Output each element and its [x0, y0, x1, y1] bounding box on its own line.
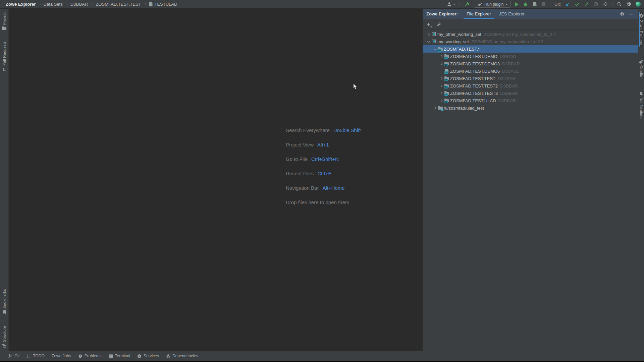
- breadcrumb-item[interactable]: TESTULAD: [155, 2, 177, 7]
- tree-item-label: ZOSMFAD.TEST.TEST: [450, 76, 495, 81]
- dataset-folder-icon: DS: [444, 83, 449, 88]
- drop-files-hint: Drop files here to open them: [286, 195, 361, 209]
- chevron-right-icon[interactable]: [439, 97, 444, 104]
- breadcrumb-item[interactable]: D3DBAR: [70, 2, 88, 7]
- git-branch-icon: [8, 354, 12, 358]
- chevron-right-icon[interactable]: [439, 89, 444, 97]
- editor-area[interactable]: Search EverywhereDouble Shift Project Vi…: [9, 9, 422, 351]
- tree-row[interactable]: DS ZOSMFAD.TEST.*: [423, 45, 638, 53]
- taskbar-strip: [0, 361, 644, 362]
- tool-window-button[interactable]: Zowe Jobs: [52, 354, 71, 358]
- run-configuration-label: Run plugin: [484, 2, 503, 7]
- tab-label: File Explorer: [467, 11, 491, 16]
- tool-window-button[interactable]: Services: [137, 354, 159, 358]
- ds-badge: DS: [444, 101, 448, 103]
- tree-item-label: ZOSMFAD.TEST.DEMO3: [450, 61, 500, 66]
- tree-row[interactable]: my_working_set ZOSMFAD on my_connection_…: [423, 38, 638, 45]
- stripe-label: Zowe Explorer: [639, 20, 643, 46]
- tool-window-label: Zowe Jobs: [52, 354, 71, 358]
- tool-window-button[interactable]: Dependencies: [166, 354, 198, 358]
- toolbar-separator: [612, 2, 612, 7]
- tree-item-info: D3DBAR: [498, 98, 516, 103]
- stripe-pull-requests-button[interactable]: Pull Requests: [2, 40, 6, 73]
- chevron-right-icon[interactable]: [432, 104, 437, 112]
- tree-row[interactable]: DS ZOSMFAD.TEST.DEMO3 D3DBAR: [423, 60, 638, 67]
- run-configuration-select[interactable]: Run plugin: [474, 1, 511, 8]
- tree-row[interactable]: DS ZOSMFAD.TEST.DEMO6 D3SYS1: [423, 67, 638, 75]
- rollback-button[interactable]: [603, 2, 608, 7]
- ds-badge: DS: [444, 79, 448, 81]
- tree-row[interactable]: DS ZOSMFAD.TEST.TEST2 D3DBAR: [423, 82, 638, 89]
- tree-row[interactable]: DS ZOSMFAD.TEST.TEST D3DBAR: [423, 75, 638, 82]
- settings-button[interactable]: [626, 2, 631, 7]
- stripe-notifications-button[interactable]: Notifications: [639, 90, 643, 120]
- tree-row[interactable]: my_other_working_set ZOSMFAD on my_conne…: [423, 31, 638, 38]
- chevron-right-icon[interactable]: [439, 60, 444, 67]
- tool-window-label: Services: [144, 354, 159, 358]
- stripe-zowe-explorer-button[interactable]: Zowe Explorer: [639, 12, 643, 47]
- shortcut-keys: Alt+1: [317, 142, 329, 147]
- tree-item-label: ZOSMFAD.TEST.ULAD: [450, 98, 496, 103]
- zowe-explorer-panel: Zowe Explorer: File Explorer JES Explore…: [422, 9, 638, 351]
- working-set-icon: [432, 39, 437, 44]
- chevron-down-icon[interactable]: [426, 38, 431, 45]
- dataset-folder-icon: DS: [438, 47, 443, 51]
- tree-row[interactable]: DS ZOSMFAD.TEST.TEST3 D3DBAR: [423, 89, 638, 97]
- left-tool-stripe: Project Pull Requests Bookmarks: [0, 9, 9, 351]
- chevron-right-icon[interactable]: [439, 53, 444, 60]
- dependencies-icon: [166, 354, 170, 358]
- tool-window-button[interactable]: Problems: [78, 354, 102, 358]
- chevron-right-icon[interactable]: [439, 82, 444, 89]
- add-icon[interactable]: [427, 22, 432, 27]
- stripe-label: Pull Requests: [2, 41, 6, 66]
- chevron-right-icon[interactable]: [439, 75, 444, 82]
- arrow-up-right-icon: [584, 2, 589, 7]
- tool-window-button[interactable]: Terminal: [109, 354, 130, 358]
- stripe-project-button[interactable]: Project: [2, 11, 6, 31]
- bug-icon: [523, 2, 528, 7]
- tree-item-info: D3DBAR: [500, 91, 518, 96]
- tree-row[interactable]: /u/zosmfad/ulad_test: [423, 104, 638, 112]
- run-with-coverage-button[interactable]: [532, 2, 537, 7]
- update-project-button[interactable]: [565, 2, 570, 7]
- breadcrumb-item[interactable]: ZOSMFAD.TEST.TEST: [96, 2, 141, 7]
- tab-file-explorer[interactable]: File Explorer: [463, 9, 495, 19]
- breadcrumb-item[interactable]: Data Sets: [44, 2, 63, 7]
- todo-list-icon: [26, 354, 31, 358]
- breadcrumb: Zowe Explorer Data Sets D3DBAR ZOSMFAD.T…: [6, 2, 177, 7]
- user-menu-button[interactable]: [447, 2, 455, 7]
- chevron-right-icon[interactable]: [426, 31, 431, 38]
- breadcrumb-project[interactable]: Zowe Explorer: [6, 2, 36, 7]
- gear-icon: [626, 2, 631, 7]
- stop-button[interactable]: [542, 2, 545, 6]
- tree-row[interactable]: DS ZOSMFAD.TEST.DEMO D3SYS1: [423, 53, 638, 60]
- tree-row[interactable]: DS ZOSMFAD.TEST.ULAD D3DBAR: [423, 97, 638, 104]
- tree-item-label: /u/zosmfad/ulad_test: [444, 106, 484, 111]
- shortcut-label: Recent Files: [286, 171, 314, 176]
- tool-window-button[interactable]: Git: [8, 354, 19, 358]
- debug-button[interactable]: [523, 2, 528, 7]
- run-button[interactable]: [515, 2, 519, 6]
- profile-icon[interactable]: [636, 2, 641, 7]
- chevron-down-icon[interactable]: [432, 45, 437, 53]
- shortcut-keys: Alt+Home: [322, 185, 344, 191]
- hide-panel-button[interactable]: [629, 14, 633, 14]
- build-project-button[interactable]: [464, 2, 470, 7]
- shortcut-label: Search Everywhere: [286, 127, 330, 133]
- push-button[interactable]: [584, 2, 589, 7]
- commit-button[interactable]: [575, 2, 580, 7]
- wrench-icon[interactable]: [437, 22, 441, 27]
- panel-settings-button[interactable]: [620, 12, 625, 16]
- chevron-right-icon: [91, 3, 93, 5]
- ide-window: Zowe Explorer Data Sets D3DBAR ZOSMFAD.T…: [0, 0, 644, 362]
- tool-window-button[interactable]: TODO: [26, 354, 44, 358]
- chevron-right-icon: [439, 67, 444, 75]
- stripe-bookmarks-button[interactable]: Bookmarks: [2, 288, 6, 315]
- chevron-down-icon: [505, 4, 507, 5]
- stripe-structure-button[interactable]: Structure: [2, 325, 6, 349]
- search-everywhere-button[interactable]: [617, 2, 622, 7]
- tree-item-label: ZOSMFAD.TEST.TEST2: [450, 83, 498, 88]
- stripe-gradle-button[interactable]: Gradle: [639, 59, 644, 78]
- local-history-button[interactable]: [593, 2, 598, 7]
- tab-jes-explorer[interactable]: JES Explorer: [495, 9, 529, 19]
